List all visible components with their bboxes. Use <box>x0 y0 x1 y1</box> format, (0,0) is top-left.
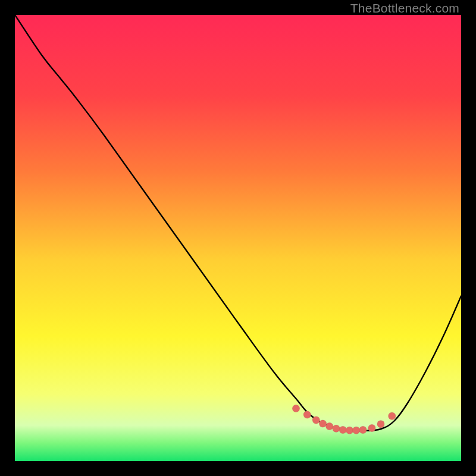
marker-dot <box>339 426 346 433</box>
plot-area <box>15 15 461 461</box>
chart-svg <box>15 15 461 461</box>
marker-dot <box>319 420 326 427</box>
marker-dot <box>353 427 360 434</box>
marker-dot <box>292 405 299 412</box>
watermark-text: TheBottleneck.com <box>350 1 459 15</box>
outer-frame: TheBottleneck.com <box>0 0 476 476</box>
marker-dot <box>312 416 320 424</box>
marker-dot <box>389 412 396 419</box>
gradient-background <box>15 15 461 461</box>
marker-dot <box>346 427 353 434</box>
marker-dot <box>333 425 340 432</box>
marker-dot <box>359 426 367 433</box>
marker-dot <box>368 424 375 431</box>
marker-dot <box>303 411 311 418</box>
marker-dot <box>377 421 384 428</box>
marker-dot <box>326 422 333 430</box>
